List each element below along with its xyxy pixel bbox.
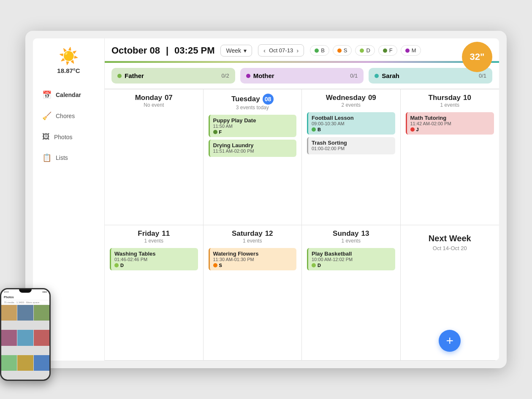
event-time-thursday-0: 11:42 AM-02:00 PM	[410, 121, 491, 126]
cal-cell-friday[interactable]: Friday 11 1 events Washing Tables 01:46-…	[105, 225, 204, 361]
cal-cell-monday[interactable]: Monday 07 No event	[105, 89, 204, 225]
event-dot-label-wednesday-0: B	[318, 127, 321, 132]
label-M: M	[412, 47, 416, 54]
cal-header-tuesday: Tuesday 08 3 events today	[209, 94, 297, 111]
label-D: D	[366, 47, 370, 54]
banner-mother-name-row: Mother	[246, 72, 274, 79]
weather-temp: 18.87°C	[57, 67, 80, 74]
event-card-wednesday-1[interactable]: Trash Sorting 01:00-02:00 PM	[307, 137, 395, 154]
calendar-icon: 📅	[42, 90, 52, 100]
prev-week-button[interactable]: ‹	[263, 47, 266, 54]
family-pill-S[interactable]: S	[333, 45, 352, 56]
phone-notch	[19, 289, 32, 293]
event-dot-wednesday-0	[312, 127, 316, 132]
event-card-saturday-0[interactable]: Watering Flowers 11:30 AM-01:30 PM S	[209, 248, 297, 270]
sidebar-label-lists: Lists	[56, 154, 68, 161]
event-card-thursday-0[interactable]: Math Tutoring 11:42 AM-02:00 PM J	[406, 112, 494, 135]
cal-sub-wednesday: 2 events	[342, 102, 361, 108]
cal-day-badge-tuesday: 08	[263, 94, 274, 105]
event-title-wednesday-1: Trash Sorting	[312, 140, 392, 146]
event-card-tuesday-1[interactable]: Drying Laundry 11:51 AM-02:00 PM	[209, 140, 297, 157]
cal-sub-tuesday: 3 events today	[236, 105, 269, 111]
phone-storage-info: 75 media · 1.3400 · More space	[1, 300, 49, 305]
sidebar-item-calendar[interactable]: 📅 Calendar	[33, 84, 104, 105]
event-card-sunday-0[interactable]: Play Basketball 10:00 AM-12:02 PM D	[307, 248, 395, 270]
family-pill-B[interactable]: B	[310, 45, 329, 56]
cal-sub-friday: 1 events	[144, 238, 163, 244]
event-dot-row-friday-0: D	[114, 263, 195, 268]
event-time-friday-0: 01:46-02:46 PM	[114, 257, 195, 262]
event-dot-friday-0	[114, 263, 119, 267]
cal-cell-tuesday[interactable]: Tuesday 08 3 events today Puppy Play Dat…	[204, 89, 302, 225]
next-week-dates: Oct 14-Oct 20	[433, 245, 467, 251]
banner-sarah-name: Sarah	[382, 72, 399, 79]
event-title-wednesday-0: Football Lesson	[312, 115, 392, 121]
next-week-button[interactable]: ›	[296, 47, 299, 54]
cal-header-friday: Friday 11 1 events	[110, 229, 198, 244]
sidebar-label-calendar: Calendar	[56, 92, 81, 98]
cal-cell-saturday[interactable]: Saturday 12 1 events Watering Flowers 11…	[204, 225, 302, 361]
size-badge-label: 32"	[470, 51, 485, 62]
cal-day-num-sunday: 13	[361, 229, 369, 238]
banner-mother[interactable]: Mother 0/1	[240, 68, 364, 84]
main-content: October 08 | 03:25 PM Week ▾ ‹ Oct 07-13…	[105, 38, 499, 361]
event-dot-row-wednesday-0: B	[312, 127, 392, 132]
event-dot-row-tuesday-0: F	[213, 129, 293, 135]
add-event-button[interactable]: +	[439, 330, 461, 352]
dot-S	[337, 49, 342, 53]
cal-sub-monday: No event	[144, 102, 164, 108]
photo-5	[17, 330, 33, 345]
event-title-saturday-0: Watering Flowers	[213, 251, 293, 257]
event-dot-saturday-0	[213, 263, 217, 267]
family-pill-D[interactable]: D	[355, 45, 375, 56]
sidebar-item-photos[interactable]: 🖼 Photos	[33, 127, 104, 147]
sidebar-item-lists[interactable]: 📋 Lists	[33, 147, 104, 168]
cal-day-num-thursday: 10	[463, 94, 471, 102]
label-F: F	[389, 47, 393, 54]
event-dot-label-tuesday-0: F	[219, 129, 222, 135]
event-card-friday-0[interactable]: Washing Tables 01:46-02:46 PM D	[110, 248, 198, 270]
cal-sub-sunday: 1 events	[342, 238, 361, 244]
event-title-sunday-0: Play Basketball	[312, 251, 392, 257]
event-dot-row-saturday-0: S	[213, 263, 293, 268]
view-selector[interactable]: Week ▾	[220, 45, 252, 57]
cal-cell-thursday[interactable]: Thursday 10 1 events Math Tutoring 11:42…	[401, 89, 499, 225]
event-card-tuesday-0[interactable]: Puppy Play Date 11:50 AM F	[209, 115, 297, 137]
screen-inner: ☀️ 18.87°C 📅 Calendar 🧹 Chores 🖼 Photos …	[33, 38, 499, 361]
dot-father	[117, 74, 122, 78]
photos-icon: 🖼	[42, 132, 50, 141]
cal-header-saturday: Saturday 12 1 events	[209, 229, 297, 244]
cal-day-name-saturday: Saturday 12	[232, 229, 273, 238]
event-time-sunday-0: 10:00 AM-12:02 PM	[312, 257, 392, 262]
cal-header-sunday: Sunday 13 1 events	[307, 229, 395, 244]
event-time-wednesday-1: 01:00-02:00 PM	[312, 146, 392, 151]
cal-day-name-sunday: Sunday 13	[333, 229, 369, 238]
cal-cell-sunday[interactable]: Sunday 13 1 events Play Basketball 10:00…	[302, 225, 401, 361]
cal-day-name-friday: Friday 11	[138, 229, 170, 238]
cal-day-name-monday: Monday 07	[135, 94, 173, 102]
event-dot-label-saturday-0: S	[219, 263, 222, 268]
banner-sarah-ratio: 0/1	[479, 73, 486, 79]
event-dot-label-thursday-0: J	[416, 127, 419, 132]
event-title-thursday-0: Math Tutoring	[410, 115, 491, 121]
banner-sarah-name-row: Sarah	[375, 72, 399, 79]
family-pill-M[interactable]: M	[401, 45, 421, 56]
cal-sub-thursday: 1 events	[440, 102, 459, 108]
sidebar-item-chores[interactable]: 🧹 Chores	[33, 105, 104, 127]
event-time-tuesday-0: 11:50 AM	[213, 124, 293, 129]
cal-header-thursday: Thursday 10 1 events	[406, 94, 494, 108]
banner-father-name: Father	[125, 72, 144, 79]
dot-F	[383, 49, 387, 53]
banner-father[interactable]: Father 0/2	[111, 68, 235, 84]
banner-father-name-row: Father	[117, 72, 144, 79]
header: October 08 | 03:25 PM Week ▾ ‹ Oct 07-13…	[105, 38, 499, 61]
dot-B	[315, 49, 319, 53]
photo-2	[17, 305, 33, 321]
dot-mother	[246, 74, 250, 78]
cal-cell-wednesday[interactable]: Wednesday 09 2 events Football Lesson 09…	[302, 89, 401, 225]
cal-day-num-wednesday: 09	[368, 94, 376, 102]
banner-mother-name: Mother	[253, 72, 274, 79]
family-pill-F[interactable]: F	[378, 45, 397, 56]
event-card-wednesday-0[interactable]: Football Lesson 09:00-10:30 AM B	[307, 112, 395, 135]
dot-D	[360, 49, 364, 53]
